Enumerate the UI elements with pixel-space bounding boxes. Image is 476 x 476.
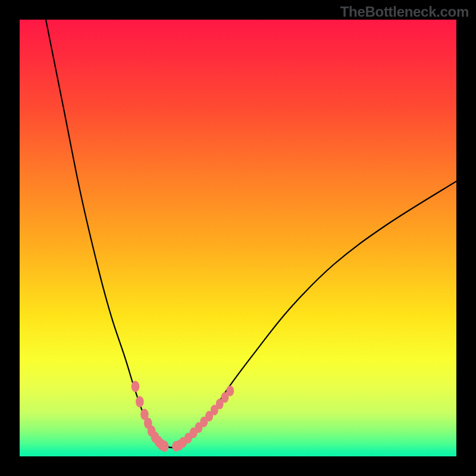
bead-marker [136,396,144,408]
beads-left-group [131,381,169,452]
bead-marker [131,381,140,392]
curve-layer [20,20,456,456]
beads-right-group [172,386,234,452]
bottleneck-curve [46,20,456,447]
watermark-text: TheBottleneck.com [340,4,469,20]
chart-stage: TheBottleneck.com [0,0,476,476]
plot-area [20,20,456,456]
bead-marker [226,386,234,396]
bead-marker [161,441,169,452]
